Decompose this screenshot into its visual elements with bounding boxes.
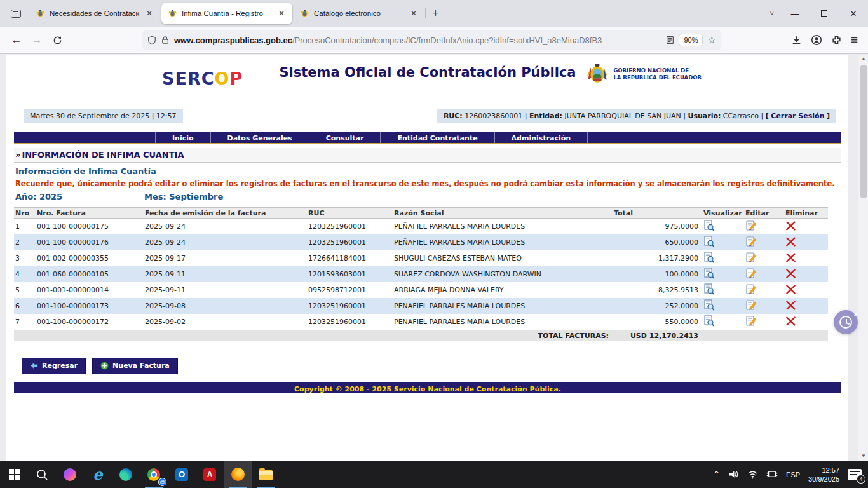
eliminar-icon[interactable]: [785, 316, 796, 329]
editar-icon[interactable]: [745, 236, 757, 249]
menu-item-datos-generales[interactable]: Datos Generales: [211, 132, 309, 143]
window-close-button[interactable]: ✕: [839, 0, 868, 27]
table-row: 3 001-002-000000355 2025-09-17 172664118…: [14, 250, 828, 266]
menu-item-entidad-contratante[interactable]: Entidad Contratante: [381, 132, 494, 143]
tab-close-icon[interactable]: ✕: [408, 8, 419, 19]
taskbar-clock[interactable]: 12:57 30/9/2025: [808, 466, 839, 484]
reload-icon[interactable]: [47, 30, 67, 50]
editar-icon[interactable]: [745, 252, 757, 265]
bookmark-star-icon[interactable]: ☆: [707, 34, 715, 46]
editar-icon[interactable]: [745, 299, 757, 313]
edge-button[interactable]: [112, 461, 140, 488]
government-logo: GOBIERNO NACIONAL DE LA REPUBLICA DEL EC…: [587, 62, 702, 86]
menu-item-inicio[interactable]: Inicio: [155, 132, 211, 143]
editar-icon[interactable]: [745, 315, 757, 329]
notification-badge: 4: [857, 475, 865, 484]
anio-label: Año: 2025: [15, 192, 62, 201]
downloads-icon[interactable]: [791, 35, 802, 46]
acrobat-button[interactable]: A: [196, 461, 224, 488]
window-maximize-button[interactable]: [810, 0, 839, 27]
notification-center-icon[interactable]: 4: [848, 469, 862, 480]
tab-title: Infima Cuantía - Registro: [182, 10, 271, 17]
forward-icon[interactable]: →: [27, 30, 47, 50]
eliminar-icon[interactable]: [785, 284, 796, 297]
edge-icon: [119, 468, 132, 481]
extension-overlay-bubble[interactable]: ➤: [834, 310, 858, 334]
tray-chevron-up-icon[interactable]: ⌃: [713, 470, 720, 479]
section-title: INFORMACIÓN DE INFIMA CUANTIA: [22, 150, 184, 159]
section-title-bar: »INFORMACIÓN DE INFIMA CUANTIA: [14, 148, 841, 163]
eliminar-icon[interactable]: [785, 300, 796, 313]
menu-hamburger-icon[interactable]: ≡: [851, 33, 858, 47]
visualizar-icon[interactable]: [703, 220, 715, 233]
table-row: 2 001-100-000000176 2025-09-24 120325196…: [14, 234, 828, 250]
file-explorer-button[interactable]: [252, 461, 280, 488]
windows-logo-icon: [9, 469, 20, 480]
language-indicator[interactable]: ESP: [786, 471, 800, 478]
ecuador-coat-favicon: [300, 9, 309, 18]
outlook-icon: O: [175, 468, 188, 481]
firefox-button[interactable]: [224, 461, 252, 488]
visualizar-icon[interactable]: [703, 299, 715, 313]
reader-mode-icon[interactable]: [666, 36, 674, 44]
rocket-icon: ➤: [853, 311, 858, 318]
ecuador-coat-favicon: [168, 9, 177, 18]
menu-item-consultar[interactable]: Consultar: [309, 132, 381, 143]
url-text[interactable]: www.compraspublicas.gob.ec/ProcesoContra…: [174, 36, 661, 45]
page-scrollbar[interactable]: ▲ ▼: [858, 55, 868, 461]
clock-icon: [839, 316, 852, 329]
volume-icon[interactable]: [728, 470, 739, 479]
tab-infima-cuantia[interactable]: Infima Cuantía - Registro ✕: [161, 3, 292, 24]
logout-link[interactable]: Cerrar Sesión: [771, 112, 824, 120]
back-icon[interactable]: ←: [6, 30, 27, 50]
start-button[interactable]: [0, 461, 28, 488]
scroll-up-icon[interactable]: ▲: [858, 55, 868, 64]
tab-close-icon[interactable]: ✕: [144, 8, 155, 19]
visualizar-icon[interactable]: [703, 268, 715, 281]
connect-display-icon[interactable]: [766, 470, 778, 479]
tab-title: Catálogo electrónico: [314, 10, 403, 17]
new-tab-button[interactable]: +: [426, 6, 445, 22]
copilot-button[interactable]: [56, 461, 84, 488]
chrome-button[interactable]: @: [140, 461, 168, 488]
outlook-button[interactable]: O: [168, 461, 196, 488]
user-session-box: RUC: 1260023860001 | Entidad: JUNTA PARR…: [437, 109, 836, 123]
site-header: SERCOP Sistema Oficial de Contratación P…: [14, 55, 841, 104]
page-title: Sistema Oficial de Contratación Pública: [14, 65, 841, 80]
visualizar-icon[interactable]: [703, 283, 715, 297]
url-bar[interactable]: www.compraspublicas.gob.ec/ProcesoContra…: [142, 30, 721, 50]
scroll-down-icon[interactable]: ▼: [858, 452, 868, 461]
lock-icon: [161, 36, 169, 44]
window-minimize-button[interactable]: —: [780, 0, 810, 27]
eliminar-icon[interactable]: [785, 268, 796, 281]
table-header-row: Nro Nro. Factura Fecha de emisión de la …: [14, 207, 828, 219]
zoom-level-chip[interactable]: 90%: [679, 34, 702, 46]
wifi-icon[interactable]: [747, 470, 758, 479]
table-row: 7 001-100-000000172 2025-09-02 120325196…: [14, 314, 828, 330]
tab-catalogo[interactable]: Catálogo electrónico ✕: [294, 3, 424, 24]
visualizar-icon[interactable]: [703, 315, 715, 329]
internet-explorer-button[interactable]: e: [84, 461, 112, 488]
visualizar-icon[interactable]: [703, 236, 715, 249]
editar-icon[interactable]: [745, 220, 757, 233]
extensions-icon[interactable]: [831, 35, 842, 46]
eliminar-icon[interactable]: [785, 252, 796, 265]
eliminar-icon[interactable]: [785, 220, 796, 233]
tab-necesidades[interactable]: Necesidades de Contratación y ✕: [29, 3, 160, 24]
scrollbar-thumb[interactable]: [860, 65, 867, 198]
account-icon[interactable]: [811, 34, 822, 46]
tab-close-icon[interactable]: ✕: [276, 8, 287, 19]
editar-icon[interactable]: [745, 268, 757, 281]
nueva-factura-button[interactable]: Nueva Factura: [92, 358, 178, 374]
list-all-tabs-icon[interactable]: ˅: [764, 7, 780, 20]
visualizar-icon[interactable]: [703, 252, 715, 265]
search-icon: [36, 468, 48, 481]
firefox-view-icon[interactable]: [6, 4, 25, 22]
warning-text: Recuerde que, únicamente podrá editar o …: [14, 179, 841, 188]
regresar-button[interactable]: Regresar: [22, 358, 86, 374]
menu-item-administracion[interactable]: Administración: [495, 132, 588, 143]
system-tray: ⌃ ESP 12:57 30/9/2025 4: [713, 466, 868, 484]
eliminar-icon[interactable]: [785, 236, 796, 249]
taskbar-search-button[interactable]: [28, 461, 56, 488]
editar-icon[interactable]: [745, 283, 757, 297]
